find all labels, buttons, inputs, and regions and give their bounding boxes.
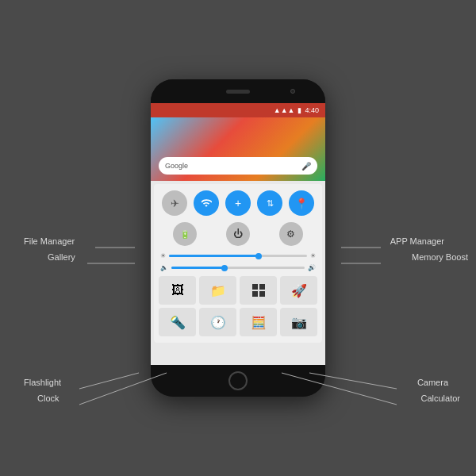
secondary-controls-row: 🔋 ⏻ ⚙ <box>159 222 317 246</box>
google-search-bar[interactable]: Google 🎤 <box>159 157 317 175</box>
file-manager-label: File Manager <box>24 236 75 246</box>
clock-label: Clock <box>37 393 60 403</box>
gallery-app[interactable]: 🖼 <box>159 276 196 305</box>
flashlight-label: Flashlight <box>24 378 61 387</box>
home-button[interactable] <box>228 371 248 390</box>
airplane-toggle[interactable]: ✈ <box>162 190 187 216</box>
volume-low-icon: 🔈 <box>160 264 168 271</box>
volume-high-icon: 🔊 <box>308 264 316 271</box>
phone-top-bar <box>151 79 325 103</box>
data-toggle[interactable]: ⇅ <box>257 190 282 216</box>
wifi-toggle[interactable] <box>194 190 219 216</box>
svg-line-4 <box>79 373 139 389</box>
app-grid-row2: 🔦 🕐 🧮 📷 <box>159 308 317 336</box>
phone-bottom <box>151 365 325 397</box>
power-button[interactable]: ⏻ <box>226 222 250 246</box>
brightness-track[interactable] <box>169 255 307 257</box>
phone-device: ▲▲▲ ▮ 4:40 Google 🎤 ✈ + <box>151 79 325 397</box>
svg-rect-11 <box>259 291 265 297</box>
svg-rect-8 <box>252 284 258 290</box>
files-app[interactable]: 📁 <box>199 276 236 305</box>
status-bar: ▲▲▲ ▮ 4:40 <box>151 103 325 117</box>
volume-thumb[interactable] <box>221 265 228 271</box>
svg-rect-9 <box>259 284 265 290</box>
calculator-label: Calculator <box>420 393 460 403</box>
flashlight-app[interactable]: 🔦 <box>159 308 196 336</box>
battery-saver-button[interactable]: 🔋 <box>173 222 197 246</box>
toggle-row: ✈ + ⇅ 📍 <box>159 190 317 216</box>
app-grid-row1: 🖼 📁 🚀 <box>159 276 317 305</box>
windows-app[interactable] <box>240 276 277 305</box>
brightness-fill <box>169 255 259 257</box>
memory-boost-label: Memory Boost <box>412 252 468 262</box>
volume-fill <box>171 267 225 269</box>
phone-screen: ▲▲▲ ▮ 4:40 Google 🎤 ✈ + <box>151 103 325 365</box>
settings-button[interactable]: ⚙ <box>279 222 303 246</box>
clock-app[interactable]: 🕐 <box>199 308 236 336</box>
clock-status: 4:40 <box>305 106 319 114</box>
phone-speaker <box>226 90 250 94</box>
app-manager-label: APP Manager <box>390 236 444 246</box>
location-toggle[interactable]: 📍 <box>289 190 314 216</box>
camera-app[interactable]: 📷 <box>280 308 317 336</box>
rocket-app[interactable]: 🚀 <box>280 276 317 305</box>
volume-track[interactable] <box>171 267 305 269</box>
front-camera <box>290 89 295 94</box>
camera-label: Camera <box>417 378 448 387</box>
battery-icon: ▮ <box>298 106 301 114</box>
svg-rect-10 <box>252 291 258 297</box>
brightness-thumb[interactable] <box>255 253 262 259</box>
signal-icon: ▲▲▲ <box>274 106 295 114</box>
wallpaper: Google 🎤 <box>151 117 325 181</box>
scene: ▲▲▲ ▮ 4:40 Google 🎤 ✈ + <box>0 0 476 476</box>
google-label: Google <box>165 162 188 170</box>
volume-slider-row: 🔈 🔊 <box>159 264 317 271</box>
gallery-label: Gallery <box>48 252 75 262</box>
quick-settings-panel: ✈ + ⇅ 📍 🔋 ⏻ ⚙ ☀ <box>154 184 322 343</box>
brightness-high-icon: ☀ <box>310 252 316 259</box>
brightness-slider-row: ☀ ☀ <box>159 252 317 259</box>
mic-icon: 🎤 <box>301 162 311 171</box>
bluetooth-toggle[interactable]: + <box>225 190 251 216</box>
brightness-low-icon: ☀ <box>160 252 166 259</box>
calculator-app[interactable]: 🧮 <box>240 308 277 336</box>
